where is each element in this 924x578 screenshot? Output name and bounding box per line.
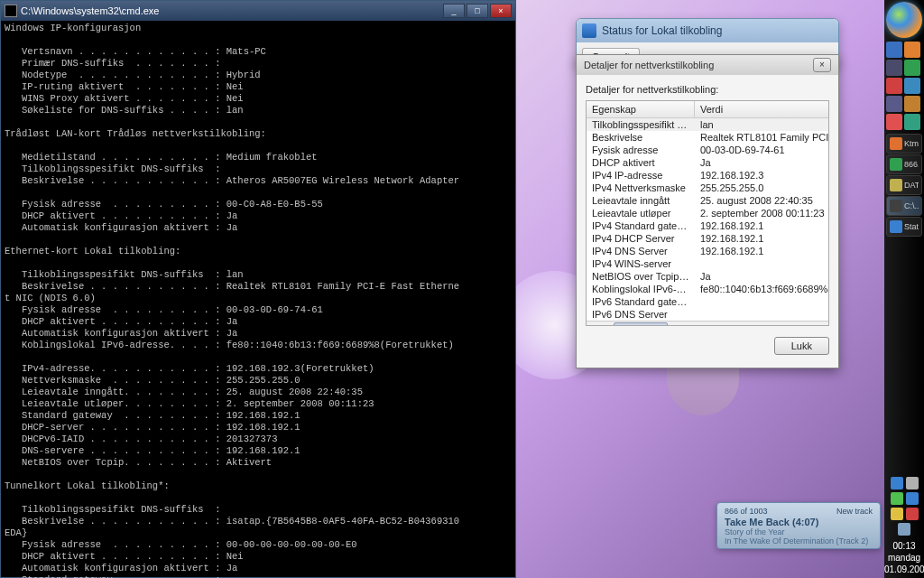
tray-icon[interactable]: [891, 492, 903, 505]
app-icon: [890, 179, 902, 191]
quick-launch-icon[interactable]: [904, 96, 920, 112]
property-cell: IPv4 Nettverksmaske: [587, 182, 695, 194]
minimize-button[interactable]: _: [443, 4, 465, 18]
app-icon: [890, 200, 902, 212]
taskbar-item-label: 866...: [904, 160, 919, 169]
tray-icon[interactable]: [898, 523, 910, 536]
tray-icon[interactable]: [906, 492, 919, 505]
close-button[interactable]: ×: [490, 4, 512, 18]
app-icon: [890, 137, 902, 150]
property-cell: IPv6 DNS Server: [587, 308, 695, 321]
cmd-title: C:\Windows\system32\cmd.exe: [21, 5, 159, 16]
value-cell: Ja: [695, 270, 828, 283]
quick-launch-icon[interactable]: [886, 42, 902, 58]
media-toast[interactable]: 866 of 1003 New track Take Me Back (4:07…: [716, 502, 881, 549]
value-cell: Ja: [695, 156, 828, 169]
cmd-icon: [5, 5, 17, 17]
quick-launch-icon[interactable]: [886, 78, 902, 94]
taskbar-item-label: DAT...: [904, 181, 919, 190]
header-value[interactable]: Verdi: [695, 101, 828, 117]
property-cell: IPv4 IP-adresse: [587, 169, 695, 182]
start-button[interactable]: [886, 2, 922, 38]
system-tray: [884, 475, 924, 537]
app-icon: [890, 158, 902, 171]
header-property[interactable]: Egenskap: [587, 101, 695, 117]
details-dialog[interactable]: Detaljer for nettverkstilkobling × Detal…: [576, 54, 839, 368]
value-cell: 192.168.192.1: [695, 245, 828, 257]
details-list[interactable]: Egenskap Verdi Tilkoblingsspesifikt DNS-…: [586, 100, 829, 326]
taskbar-item[interactable]: DAT...: [886, 175, 922, 195]
property-cell: Tilkoblingsspesifikt DNS-...: [587, 118, 695, 131]
taskbar[interactable]: Ktm...866...DAT...C:\...Stat... 00:13 ma…: [884, 0, 924, 578]
tray-icon[interactable]: [891, 477, 903, 489]
network-icon: [582, 23, 596, 38]
quick-launch-icon[interactable]: [904, 60, 920, 76]
cmd-output[interactable]: Windows IP-konfigurasjon Vertsnavn . . .…: [1, 21, 515, 578]
list-item[interactable]: NetBIOS over Tcpip akti...Ja: [587, 270, 828, 283]
value-cell: 192.168.192.1: [695, 219, 828, 232]
list-item[interactable]: IPv4 WINS-server: [587, 257, 828, 270]
value-cell: 25. august 2008 22:40:35: [695, 194, 828, 207]
new-track-badge: New track: [836, 507, 873, 516]
maximize-button[interactable]: □: [467, 4, 488, 18]
list-item[interactable]: IPv4 DNS Server192.168.192.1: [587, 245, 828, 257]
list-item[interactable]: IPv4 Standard gateway192.168.192.1: [587, 219, 828, 232]
value-cell: 192.168.192.1: [695, 232, 828, 245]
details-label: Detaljer for nettverkstilkobling:: [586, 84, 829, 95]
value-cell: 00-03-0D-69-74-61: [695, 144, 828, 156]
property-cell: IPv6 Standard gateway: [587, 295, 695, 308]
list-item[interactable]: Fysisk adresse00-03-0D-69-74-61: [587, 144, 828, 156]
value-cell: 2. september 2008 00:11:23: [695, 207, 828, 219]
list-item[interactable]: IPv6 Standard gateway: [587, 295, 828, 308]
property-cell: Beskrivelse: [587, 131, 695, 144]
list-header[interactable]: Egenskap Verdi: [587, 101, 828, 118]
quick-launch-icon[interactable]: [904, 42, 920, 58]
list-item[interactable]: IPv4 Nettverksmaske255.255.255.0: [587, 182, 828, 194]
close-button[interactable]: ×: [813, 58, 831, 72]
tray-icon[interactable]: [906, 477, 919, 489]
list-item[interactable]: BeskrivelseRealtek RTL8101 Family PCI-E …: [587, 131, 828, 144]
list-item[interactable]: IPv4 IP-adresse192.168.192.3: [587, 169, 828, 182]
tray-icon[interactable]: [906, 508, 919, 520]
list-item[interactable]: IPv4 DHCP Server192.168.192.1: [587, 232, 828, 245]
property-cell: NetBIOS over Tcpip akti...: [587, 270, 695, 283]
taskbar-item[interactable]: C:\...: [886, 196, 922, 216]
quick-launch-icon[interactable]: [904, 114, 920, 130]
property-cell: Leieavtale inngått: [587, 194, 695, 207]
taskbar-item-label: Ktm...: [904, 139, 919, 148]
details-titlebar[interactable]: Detaljer for nettverkstilkobling ×: [577, 55, 838, 75]
property-cell: IPv4 WINS-server: [587, 257, 695, 270]
quick-launch-icon[interactable]: [886, 114, 902, 130]
details-title: Detaljer for nettverkstilkobling: [584, 60, 714, 70]
app-icon: [890, 220, 902, 233]
cmd-titlebar[interactable]: C:\Windows\system32\cmd.exe _ □ ×: [1, 1, 515, 21]
close-details-button[interactable]: Lukk: [774, 337, 829, 355]
clock-time: 00:13: [884, 540, 924, 552]
list-item[interactable]: Leieavtale inngått25. august 2008 22:40:…: [587, 194, 828, 207]
tray-icon[interactable]: [891, 508, 903, 520]
clock[interactable]: 00:13 mandag 01.09.2008: [884, 537, 924, 578]
status-titlebar[interactable]: Status for Lokal tilkobling: [577, 19, 838, 42]
list-item[interactable]: Leieavtale utløper2. september 2008 00:1…: [587, 207, 828, 219]
property-cell: IPv4 DNS Server: [587, 245, 695, 257]
property-cell: DHCP aktivert: [587, 156, 695, 169]
quick-launch-icon[interactable]: [886, 96, 902, 112]
value-cell: [695, 308, 828, 321]
value-cell: [695, 295, 828, 308]
value-cell: 255.255.255.0: [695, 182, 828, 194]
taskbar-item[interactable]: Ktm...: [886, 134, 922, 154]
track-artist: Story of the Year: [725, 527, 873, 536]
quick-launch-icon[interactable]: [904, 78, 920, 94]
quick-launch: [884, 40, 924, 132]
taskbar-item[interactable]: Stat...: [886, 217, 922, 237]
list-item[interactable]: IPv6 DNS Server: [587, 308, 828, 321]
property-cell: Fysisk adresse: [587, 144, 695, 156]
list-item[interactable]: Tilkoblingsspesifikt DNS-...lan: [587, 118, 828, 131]
cmd-window[interactable]: C:\Windows\system32\cmd.exe _ □ × Window…: [0, 0, 516, 578]
list-item[interactable]: DHCP aktivertJa: [587, 156, 828, 169]
track-album: In The Wake Of Determination (Track 2): [725, 536, 873, 545]
quick-launch-icon[interactable]: [886, 60, 902, 76]
track-title: Take Me Back (4:07): [725, 517, 873, 527]
taskbar-item[interactable]: 866...: [886, 154, 922, 174]
list-item[interactable]: Koblingslokal IPv6-adres...fe80::1040:6b…: [587, 283, 828, 295]
